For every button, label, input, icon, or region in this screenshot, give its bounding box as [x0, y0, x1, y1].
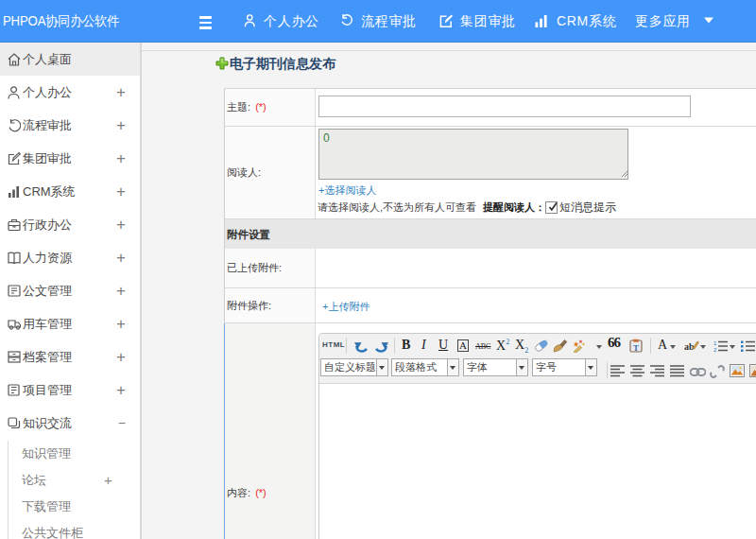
svg-text:1: 1 [713, 340, 717, 346]
svg-text:ab: ab [684, 341, 695, 352]
svg-text:T: T [633, 343, 639, 353]
svg-text:2: 2 [713, 347, 717, 353]
